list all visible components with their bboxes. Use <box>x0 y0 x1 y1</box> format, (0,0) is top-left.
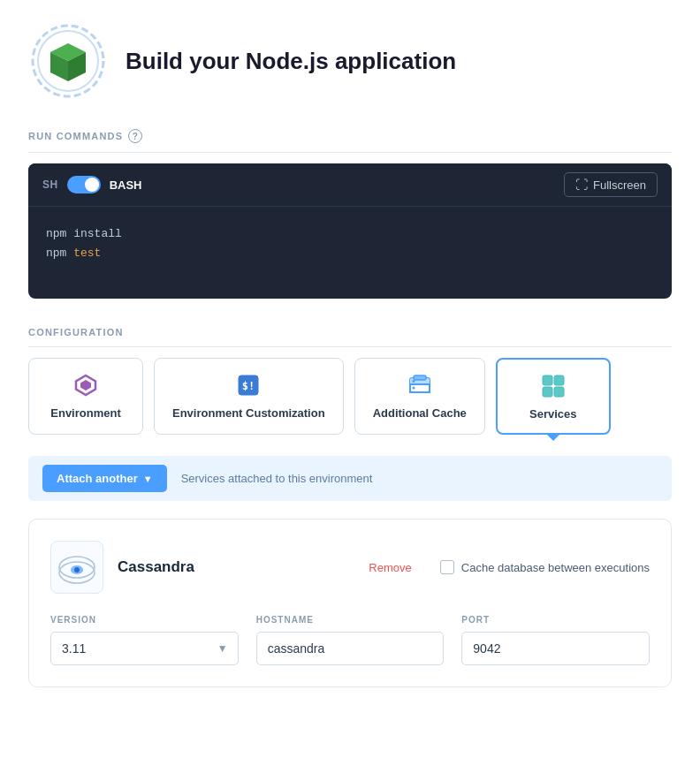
env-customization-icon: $! <box>234 371 262 399</box>
shell-toggle[interactable] <box>67 176 101 193</box>
cassandra-service-card: Cassandra Remove Cache database between … <box>28 519 672 687</box>
version-field-group: VERSION 3.11 3.0 2.2 2.1 ▼ <box>50 615 239 665</box>
version-select-wrapper: 3.11 3.0 2.2 2.1 ▼ <box>50 632 239 665</box>
terminal-line-2: npm test <box>46 244 654 263</box>
tab-environment[interactable]: Environment <box>28 358 143 435</box>
cassandra-header: Cassandra Remove Cache database between … <box>50 541 650 594</box>
environment-icon <box>72 371 100 399</box>
tab-services-label: Services <box>529 407 577 421</box>
port-field-group: PORT <box>461 615 650 665</box>
tab-environment-label: Environment <box>50 406 120 420</box>
svg-point-22 <box>74 567 80 573</box>
terminal-toolbar: SH BASH ⛶ Fullscreen <box>28 163 672 207</box>
tab-additional-cache-label: Additional Cache <box>373 406 467 420</box>
svg-rect-15 <box>543 375 552 385</box>
configuration-divider <box>28 346 672 347</box>
run-commands-help-icon[interactable]: ? <box>128 129 142 143</box>
svg-rect-18 <box>554 387 564 397</box>
port-label: PORT <box>461 615 650 625</box>
run-commands-divider <box>28 152 672 153</box>
additional-cache-icon <box>406 371 434 399</box>
attach-another-button[interactable]: Attach another ▼ <box>42 465 167 492</box>
terminal-container: SH BASH ⛶ Fullscreen npm install npm tes… <box>28 163 672 299</box>
svg-rect-17 <box>543 387 552 397</box>
services-icon <box>539 372 567 400</box>
sh-label: SH <box>42 178 58 191</box>
fullscreen-icon: ⛶ <box>575 178 588 192</box>
attach-bar: Attach another ▼ Services attached to th… <box>28 456 672 501</box>
cassandra-name: Cassandra <box>118 558 354 576</box>
version-label: VERSION <box>50 615 239 625</box>
hostname-field-group: HOSTNAME <box>256 615 445 665</box>
bash-label: BASH <box>110 178 142 192</box>
attach-info-text: Services attached to this environment <box>181 472 373 485</box>
svg-rect-16 <box>554 375 564 385</box>
config-tabs: Environment $! Environment Customization <box>28 358 672 435</box>
page-header: Build your Node.js application <box>28 21 672 101</box>
cache-label: Cache database between executions <box>461 561 650 574</box>
svg-point-14 <box>412 387 415 390</box>
svg-rect-12 <box>414 375 426 380</box>
configuration-label: CONFIGURATION <box>28 327 672 337</box>
version-select[interactable]: 3.11 3.0 2.2 2.1 <box>50 632 239 665</box>
terminal-highlight: test <box>73 246 101 260</box>
terminal-body[interactable]: npm install npm test <box>28 207 672 299</box>
cache-checkbox-wrapper: Cache database between executions <box>440 560 650 574</box>
run-commands-label: RUN COMMANDS ? <box>28 129 672 143</box>
tab-env-customization[interactable]: $! Environment Customization <box>154 358 344 435</box>
cache-checkbox[interactable] <box>440 560 454 574</box>
cassandra-remove-button[interactable]: Remove <box>369 561 411 574</box>
tab-additional-cache[interactable]: Additional Cache <box>354 358 485 435</box>
tab-services[interactable]: Services <box>496 358 611 435</box>
attach-btn-arrow-icon: ▼ <box>143 474 153 484</box>
fullscreen-button[interactable]: ⛶ Fullscreen <box>564 172 658 197</box>
terminal-line-1: npm install <box>46 224 654 244</box>
cassandra-logo <box>50 541 103 594</box>
tab-env-customization-label: Environment Customization <box>172 406 325 420</box>
page-title: Build your Node.js application <box>126 48 456 75</box>
app-logo <box>28 21 108 101</box>
hostname-input[interactable] <box>256 632 445 665</box>
svg-text:$!: $! <box>242 380 255 392</box>
hostname-label: HOSTNAME <box>256 615 445 625</box>
cassandra-fields: VERSION 3.11 3.0 2.2 2.1 ▼ HOSTNAME <box>50 615 650 665</box>
configuration-section: CONFIGURATION Environment $! <box>28 327 672 435</box>
port-input[interactable] <box>461 632 650 665</box>
terminal-left: SH BASH <box>42 176 142 193</box>
svg-point-13 <box>412 380 415 383</box>
svg-marker-6 <box>80 380 91 391</box>
